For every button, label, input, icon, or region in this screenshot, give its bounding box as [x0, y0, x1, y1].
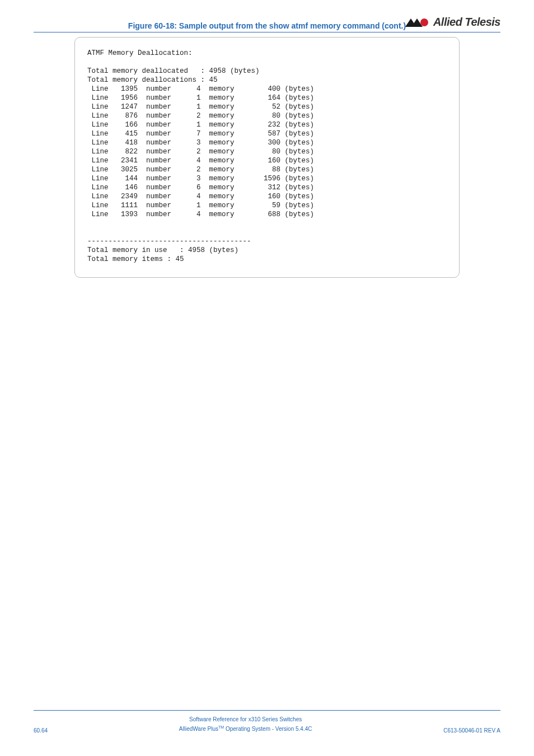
page-header: Allied Telesis — [0, 16, 534, 32]
footer-os-line: AlliedWare PlusTM Operating System - Ver… — [179, 724, 312, 734]
code-output-box: ATMF Memory Deallocation: Total memory d… — [74, 37, 460, 278]
footer-doc-id: C613-50046-01 REV A — [443, 727, 500, 734]
page-footer: 60.64 Software Reference for x310 Series… — [0, 710, 534, 734]
footer-product-line: Software Reference for x310 Series Switc… — [179, 715, 312, 724]
brand-name: Allied Telesis — [433, 16, 500, 29]
trademark-icon: TM — [218, 725, 224, 729]
header-divider — [34, 32, 500, 32]
svg-point-2 — [420, 18, 428, 26]
brand-logo: Allied Telesis — [34, 16, 500, 29]
footer-center: Software Reference for x310 Series Switc… — [179, 715, 312, 734]
brand-mark-icon — [405, 17, 430, 27]
footer-divider — [34, 710, 500, 711]
footer-page-number: 60.64 — [34, 727, 48, 734]
